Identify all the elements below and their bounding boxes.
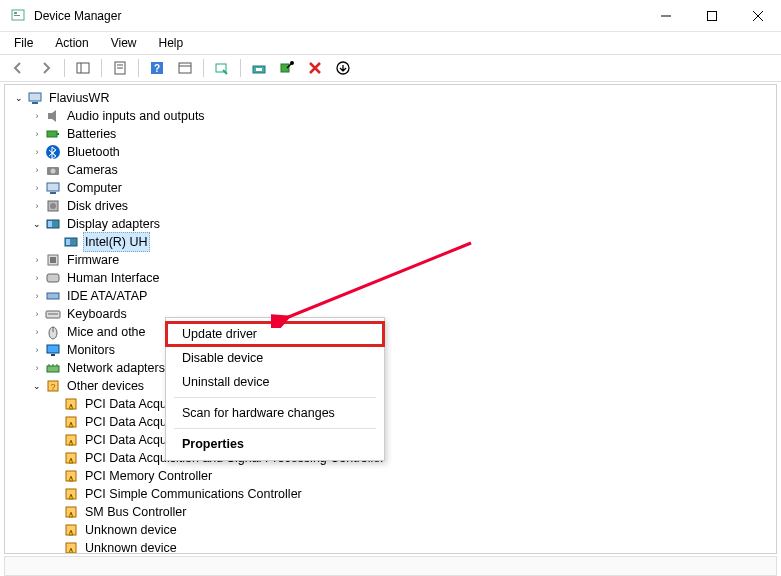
tree-device[interactable]: !PCI Data Acquisition and Signal Process… [7,449,774,467]
expand-icon[interactable]: › [29,108,45,124]
expand-icon[interactable]: › [29,360,45,376]
tree-category[interactable]: ⌄Display adapters [7,215,774,233]
expand-icon[interactable]: › [29,252,45,268]
tree-item-label: Mice and othe [65,323,148,341]
expand-icon[interactable]: › [29,198,45,214]
show-hide-tree-button[interactable] [71,56,95,80]
warn-icon: ! [63,486,79,502]
svg-rect-31 [50,192,56,194]
tree-item-label: Firmware [65,251,121,269]
expand-icon[interactable]: › [29,324,45,340]
tree-device[interactable]: !PCI Data Acquisition and Signal Process… [7,395,774,413]
tree-device[interactable]: !PCI Data Acquisition and Signal Process… [7,431,774,449]
menubar: File Action View Help [0,32,781,54]
ctx-properties[interactable]: Properties [166,432,384,456]
minimize-button[interactable] [643,0,689,31]
collapse-icon[interactable]: ⌄ [11,90,27,106]
twist-none [47,234,63,250]
ctx-uninstall-device[interactable]: Uninstall device [166,370,384,394]
tree-category[interactable]: ›Cameras [7,161,774,179]
tree-category[interactable]: ›Computer [7,179,774,197]
tree-category[interactable]: ›Bluetooth [7,143,774,161]
tree-device[interactable]: !Unknown device [7,521,774,539]
menu-help[interactable]: Help [149,34,194,52]
tree-category[interactable]: ›Audio inputs and outputs [7,107,774,125]
add-legacy-button[interactable] [331,56,355,80]
menu-view[interactable]: View [101,34,147,52]
svg-rect-39 [50,257,56,263]
toolbar-sep [101,59,102,77]
audio-icon [45,108,61,124]
tree-category[interactable]: ›Batteries [7,125,774,143]
tree-category[interactable]: ⌄?Other devices [7,377,774,395]
scan-hardware-button[interactable] [210,56,234,80]
expand-icon[interactable]: › [29,162,45,178]
tree-category[interactable]: ›IDE ATA/ATAP [7,287,774,305]
camera-icon [45,162,61,178]
tree-device[interactable]: !SM Bus Controller [7,503,774,521]
expand-icon[interactable]: › [29,270,45,286]
uninstall-button[interactable] [303,56,327,80]
twist-none [47,414,63,430]
maximize-button[interactable] [689,0,735,31]
tree-category[interactable]: ›Network adapters [7,359,774,377]
tree-category[interactable]: ›Keyboards [7,305,774,323]
expand-icon[interactable]: › [29,288,45,304]
window-title: Device Manager [34,9,643,23]
ctx-disable-device[interactable]: Disable device [166,346,384,370]
menu-action[interactable]: Action [45,34,98,52]
warn-icon: ! [63,522,79,538]
tree-category[interactable]: ›Human Interface [7,269,774,287]
svg-rect-23 [32,102,38,104]
svg-text:?: ? [154,63,160,74]
collapse-icon[interactable]: ⌄ [29,378,45,394]
tree-item-label: Display adapters [65,215,162,233]
svg-rect-41 [47,293,59,299]
tree-device[interactable]: !PCI Memory Controller [7,467,774,485]
forward-button[interactable] [34,56,58,80]
ctx-update-driver[interactable]: Update driver [166,322,384,346]
svg-rect-46 [47,345,59,353]
status-bar [4,556,777,576]
pc-icon [45,180,61,196]
expand-icon[interactable]: › [29,144,45,160]
hid-icon [45,270,61,286]
help-button[interactable]: ? [145,56,169,80]
disable-device-button[interactable] [275,56,299,80]
tree-category[interactable]: ›Firmware [7,251,774,269]
tree-item-label: Disk drives [65,197,130,215]
tree-category[interactable]: ›Disk drives [7,197,774,215]
tree-root[interactable]: ⌄FlaviusWR [7,89,774,107]
action-button[interactable] [173,56,197,80]
svg-rect-2 [14,15,20,16]
svg-rect-30 [47,183,59,191]
tree-device[interactable]: Intel(R) UH [7,233,774,251]
tree-category[interactable]: ›Monitors [7,341,774,359]
disk-icon [45,198,61,214]
warn-icon: ! [63,432,79,448]
pc-icon [27,90,43,106]
back-button[interactable] [6,56,30,80]
tree-category[interactable]: ›Mice and othe [7,323,774,341]
menu-file[interactable]: File [4,34,43,52]
properties-button[interactable] [108,56,132,80]
device-tree[interactable]: ⌄FlaviusWR›Audio inputs and outputs›Batt… [5,85,776,553]
tree-item-label: Keyboards [65,305,129,323]
ctx-sep [174,428,376,429]
collapse-icon[interactable]: ⌄ [29,216,45,232]
svg-rect-48 [47,366,59,372]
ctx-scan-hardware[interactable]: Scan for hardware changes [166,401,384,425]
tree-device[interactable]: !Unknown device [7,539,774,553]
close-button[interactable] [735,0,781,31]
expand-icon[interactable]: › [29,342,45,358]
tree-device[interactable]: !PCI Data Acquisition and Signal Process… [7,413,774,431]
tree-item-label: Network adapters [65,359,167,377]
expand-icon[interactable]: › [29,180,45,196]
svg-point-33 [50,203,56,209]
expand-icon[interactable]: › [29,306,45,322]
expand-icon[interactable]: › [29,126,45,142]
fw-icon [45,252,61,268]
update-driver-button[interactable] [247,56,271,80]
tree-device[interactable]: !PCI Simple Communications Controller [7,485,774,503]
warn-icon: ! [63,414,79,430]
